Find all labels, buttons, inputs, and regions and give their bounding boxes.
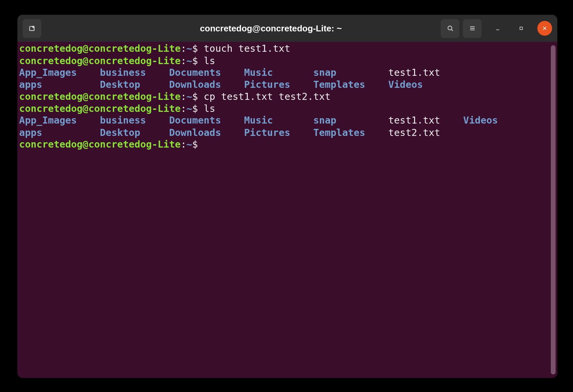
svg-line-4 bbox=[451, 29, 452, 31]
terminal-window: concretedog@concretedog-Lite: ~ bbox=[17, 15, 557, 378]
prompt-line: concretedog@concretedog-Lite:~$ touch te… bbox=[19, 43, 555, 55]
ls-dir: Downloads bbox=[169, 127, 232, 138]
terminal-body[interactable]: concretedog@concretedog-Lite:~$ touch te… bbox=[17, 42, 557, 378]
ls-dir: App_Images bbox=[19, 67, 88, 78]
ls-output-row: App_Images business Documents Music snap… bbox=[19, 115, 555, 127]
ls-dir: snap bbox=[313, 115, 377, 126]
command-text: ls bbox=[204, 103, 215, 114]
ls-dir: Desktop bbox=[100, 127, 158, 138]
svg-point-3 bbox=[448, 26, 452, 30]
ls-dir: App_Images bbox=[19, 115, 88, 126]
ls-dir: Documents bbox=[169, 115, 232, 126]
ls-dir: Documents bbox=[169, 67, 232, 78]
close-icon bbox=[542, 25, 548, 31]
ls-dir: Pictures bbox=[244, 127, 302, 138]
ls-dir: Music bbox=[244, 115, 302, 126]
prompt-line: concretedog@concretedog-Lite:~$ ls bbox=[19, 55, 555, 67]
ls-dir: Templates bbox=[313, 127, 377, 138]
ls-dir: Downloads bbox=[169, 79, 232, 90]
ls-output-row: apps Desktop Downloads Pictures Template… bbox=[19, 127, 555, 139]
command-text: touch test1.txt bbox=[204, 43, 290, 54]
new-tab-button[interactable] bbox=[23, 19, 41, 38]
command-text: cp test1.txt test2.txt bbox=[204, 91, 331, 102]
ls-dir: Desktop bbox=[100, 79, 158, 90]
ls-file: test1.txt bbox=[388, 67, 440, 78]
scrollbar[interactable] bbox=[551, 45, 555, 375]
new-tab-icon bbox=[28, 24, 36, 32]
close-button[interactable] bbox=[537, 21, 552, 36]
ls-dir: apps bbox=[19, 79, 88, 90]
ls-dir: Templates bbox=[313, 79, 377, 90]
maximize-button[interactable] bbox=[514, 21, 529, 36]
prompt-line: concretedog@concretedog-Lite:~$ bbox=[19, 139, 555, 151]
ls-dir: Pictures bbox=[244, 79, 302, 90]
ls-output-row: apps Desktop Downloads Pictures Template… bbox=[19, 78, 555, 90]
ls-file: test2.txt bbox=[388, 127, 452, 138]
ls-dir: Music bbox=[244, 67, 302, 78]
window-title: concretedog@concretedog-Lite: ~ bbox=[200, 23, 342, 33]
maximize-icon bbox=[518, 25, 524, 31]
ls-dir: Videos bbox=[388, 79, 423, 90]
ls-dir: Videos bbox=[463, 115, 498, 126]
hamburger-icon bbox=[468, 24, 476, 32]
search-icon bbox=[446, 24, 454, 32]
minimize-icon bbox=[495, 25, 501, 31]
command-text: ls bbox=[204, 55, 215, 66]
minimize-button[interactable] bbox=[490, 21, 505, 36]
menu-button[interactable] bbox=[463, 19, 482, 38]
search-button[interactable] bbox=[441, 19, 459, 38]
ls-dir: business bbox=[100, 67, 158, 78]
ls-file: test1.txt bbox=[388, 115, 452, 126]
terminal-text[interactable]: concretedog@concretedog-Lite:~$ touch te… bbox=[17, 42, 557, 151]
ls-dir: snap bbox=[313, 67, 377, 78]
prompt-line: concretedog@concretedog-Lite:~$ ls bbox=[19, 103, 555, 115]
ls-dir: business bbox=[100, 115, 158, 126]
ls-output-row: App_Images business Documents Music snap… bbox=[19, 67, 555, 79]
ls-dir: apps bbox=[19, 127, 88, 138]
scrollbar-thumb[interactable] bbox=[551, 45, 555, 375]
titlebar[interactable]: concretedog@concretedog-Lite: ~ bbox=[17, 15, 557, 42]
prompt-line: concretedog@concretedog-Lite:~$ cp test1… bbox=[19, 90, 555, 103]
svg-rect-9 bbox=[520, 27, 523, 30]
